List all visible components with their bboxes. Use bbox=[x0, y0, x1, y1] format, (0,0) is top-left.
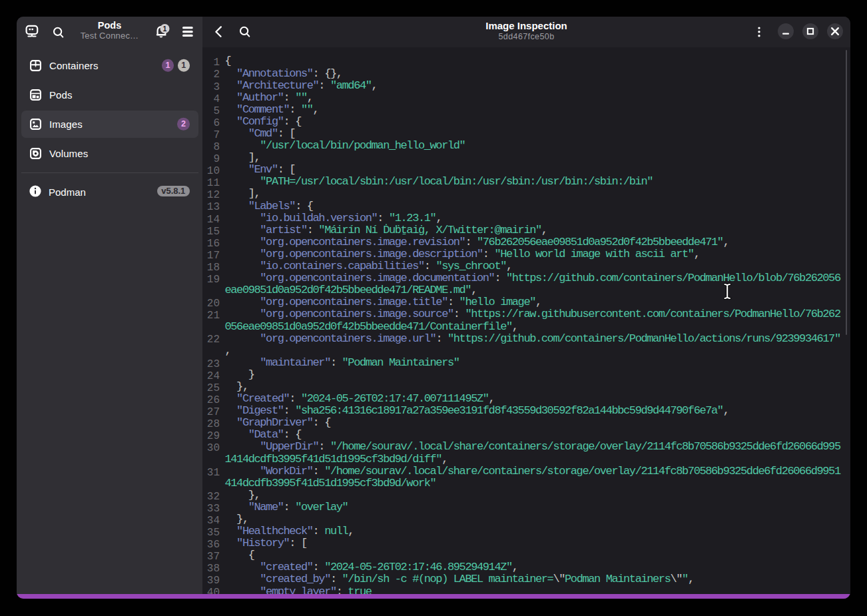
svg-text:1: 1 bbox=[163, 25, 167, 33]
